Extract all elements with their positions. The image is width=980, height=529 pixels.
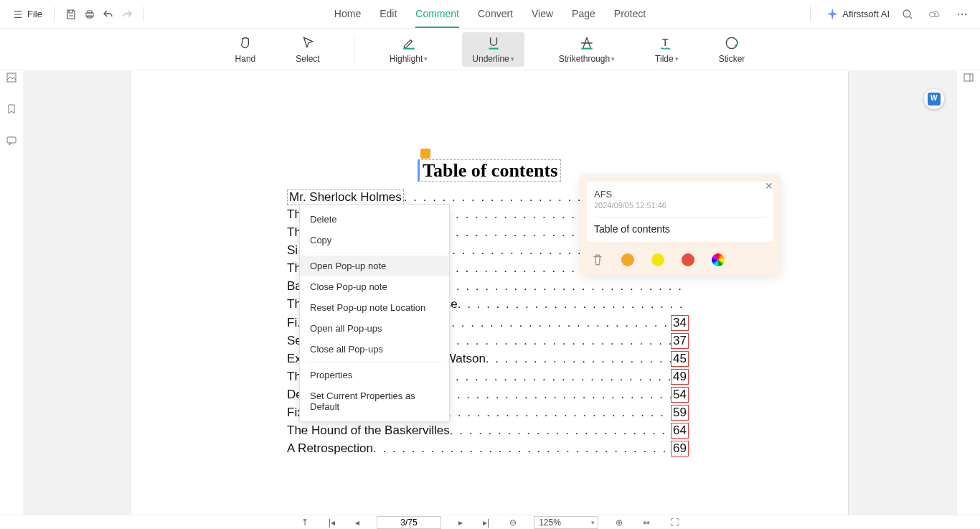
menu-separator [307,253,442,253]
cursor-icon [300,35,316,51]
word-icon [928,93,941,106]
thumbnails-panel-button[interactable] [6,72,17,86]
toc-chapter: Si [287,243,298,258]
divider [143,6,144,22]
tab-convert[interactable]: Convert [478,1,513,28]
svg-rect-14 [964,74,973,81]
svg-rect-12 [7,73,16,82]
zoom-in-button[interactable]: ⊕ [613,518,626,528]
hand-icon [237,35,253,51]
search-icon [902,9,913,20]
left-rail [0,72,23,149]
tool-underline[interactable]: Underline▾ [462,32,524,67]
trash-icon[interactable] [591,253,604,266]
svg-point-5 [961,13,963,14]
print-button[interactable] [80,5,99,24]
svg-rect-13 [7,137,16,143]
scroll-top-button[interactable]: ⤒ [298,518,311,528]
toc-line: A Retrospection69 [287,441,689,459]
document-page: Table of contents Mr. Sherlock HolmesThT… [131,71,848,515]
color-swatch-red[interactable] [682,253,694,266]
tool-hand[interactable]: Hand [230,34,262,65]
hamburger-icon [13,9,23,19]
tab-edit[interactable]: Edit [380,1,397,28]
color-swatch-yellow[interactable] [651,253,664,266]
toc-page-number: 59 [671,405,689,421]
toc-page-number: 45 [671,351,689,367]
svg-point-6 [965,13,966,14]
ai-label: Afirstsoft AI [842,9,890,19]
tool-tilde[interactable]: T Tilde▾ [649,34,684,65]
print-icon [84,9,95,20]
tool-sticker[interactable]: Sticker [713,34,751,65]
tab-page[interactable]: Page [572,1,595,28]
export-word-button[interactable] [924,89,944,109]
zoom-select[interactable]: 125%▾ [534,516,598,529]
divider [54,6,55,22]
tool-highlight[interactable]: Highlight▾ [384,34,434,65]
note-author: AFS [594,189,766,200]
cloud-button[interactable] [925,5,944,24]
search-button[interactable] [898,5,917,24]
color-swatch-orange[interactable] [621,253,634,266]
menu-item[interactable]: Reset Pop-up note Location [300,297,449,318]
menu-item[interactable]: Copy [300,230,449,251]
ai-button[interactable]: Afirstsoft AI [826,9,890,20]
more-button[interactable] [953,5,971,24]
popup-note[interactable]: ✕ AFS 2024/09/05 12:51:46 Table of conte… [580,174,781,275]
toc-line: The Hound of the Baskervilles64 [287,423,689,441]
context-menu: DeleteCopyOpen Pop-up noteClose Pop-up n… [299,204,450,422]
page-number-input[interactable] [377,516,441,529]
document-viewport[interactable]: Table of contents Mr. Sherlock HolmesThT… [23,71,957,515]
tab-protect[interactable]: Protect [614,1,646,28]
file-menu-button[interactable]: File [9,6,47,22]
next-page-button[interactable]: ▸ [456,518,466,528]
svg-point-4 [958,13,959,14]
note-indicator-icon[interactable] [420,149,430,159]
panel-icon [963,72,974,83]
status-bar: ⤒ |◂ ◂ ▸ ▸| ⊖ 125%▾ ⊕ ⇔ ⛶ [0,515,980,529]
sticker-icon [724,35,740,51]
toc-chapter: Mr. Sherlock Holmes [287,189,404,205]
svg-rect-1 [88,11,92,13]
tool-strikethrough[interactable]: Strikethrough▾ [553,34,621,65]
menu-item[interactable]: Open Pop-up note [300,256,449,276]
image-icon [6,72,17,83]
fullscreen-button[interactable]: ⛶ [667,518,682,528]
menu-separator [307,362,442,362]
divider [354,35,355,64]
tool-select[interactable]: Select [290,34,325,65]
menu-item[interactable]: Close Pop-up note [300,276,449,297]
toc-chapter: The Hound of the Baskervilles [287,423,450,438]
toc-title[interactable]: Table of contents [418,159,561,182]
prev-page-button[interactable]: ◂ [352,518,362,528]
tab-view[interactable]: View [532,1,553,28]
svg-rect-8 [489,47,498,49]
last-page-button[interactable]: ▸| [480,518,492,528]
zoom-out-button[interactable]: ⊖ [507,518,519,528]
tab-comment[interactable]: Comment [415,1,459,28]
redo-button[interactable] [118,5,136,24]
comments-panel-button[interactable] [6,135,17,149]
close-button[interactable]: ✕ [765,180,773,192]
strikethrough-icon [579,35,595,51]
menu-item[interactable]: Close all Pop-ups [300,339,449,360]
menu-item[interactable]: Set Current Properties as Default [300,385,449,417]
right-rail [957,72,980,86]
menu-item[interactable]: Open all Pop-ups [300,318,449,339]
highlight-icon [401,35,417,51]
save-button[interactable] [62,5,80,24]
undo-button[interactable] [99,5,118,24]
tab-home[interactable]: Home [334,1,361,28]
color-picker-button[interactable] [712,253,725,266]
menu-item[interactable]: Delete [300,209,449,230]
bookmarks-panel-button[interactable] [6,103,17,118]
redo-icon [121,9,133,20]
right-panel-button[interactable] [963,72,974,86]
menu-item[interactable]: Properties [300,365,449,385]
note-body[interactable]: Table of contents [594,217,766,235]
first-page-button[interactable]: |◂ [326,518,338,528]
fit-width-button[interactable]: ⇔ [640,518,653,528]
underline-icon [486,35,501,51]
svg-text:T: T [662,36,669,48]
